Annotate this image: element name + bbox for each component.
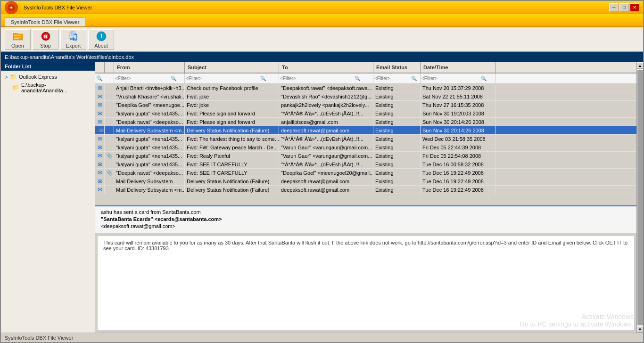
email-to-cell: "Deepika Goel" <meenugoel20@gmail... [279, 169, 373, 177]
sidebar-item-label-outlook: Outlook Express [19, 74, 57, 80]
email-from-cell: Mail Delivery Subsystem <m... [114, 126, 185, 134]
email-icon-cell: ✉ [95, 177, 105, 185]
stop-button[interactable]: Stop [33, 29, 58, 50]
email-row[interactable]: ✉📎"kalyani gupta" <neha1435...Fwd: Realy… [95, 152, 636, 160]
filter-date-input[interactable] [421, 76, 480, 81]
email-icon-cell: ✉ [95, 101, 105, 109]
close-button[interactable]: ✕ [630, 3, 639, 12]
filter-status-input[interactable] [374, 76, 410, 81]
email-row[interactable]: ▶✉Mail Delivery Subsystem <m...Delivery … [95, 126, 636, 135]
email-date-cell: Fri Dec 05 22:44:39 2008 [421, 143, 496, 151]
title-bar-left: SysInfoTools DBX File Viewer [5, 1, 92, 14]
email-envelope-icon: ✉ [98, 102, 102, 108]
email-attach-cell [105, 118, 114, 126]
email-from-cell: "kalyani gupta" <neha1435... [114, 109, 185, 117]
export-button[interactable]: MHG Export [60, 29, 86, 50]
about-label: About [94, 43, 108, 49]
email-to-cell: "Deepaksoft.rawat" <deepaksoft.rawa... [279, 84, 373, 92]
email-from-cell: Anjali Bharti <invite+pkik~h3... [114, 84, 185, 92]
email-envelope-icon: ✉ [98, 178, 102, 185]
email-icon-cell: ✉ [95, 169, 105, 177]
email-date-cell: Sun Nov 30 19:20:03 2008 [421, 109, 496, 117]
filter-to-input[interactable] [280, 76, 354, 81]
email-icon-cell: ✉ [95, 84, 105, 92]
email-row[interactable]: ✉"Deepika Goel" <meenugoe...Fwd: jokepan… [95, 101, 636, 109]
filter-to-cell: 🔍 [279, 74, 373, 83]
filter-subject-input[interactable] [186, 76, 259, 81]
email-row[interactable]: ✉Mail Delivery SubsystemDelivery Status … [95, 177, 636, 186]
sidebar-item-label-backup: E:\backup-anandita\Anandita... [21, 82, 91, 93]
sidebar-item-backup[interactable]: 📁 E:\backup-anandita\Anandita... [3, 81, 93, 94]
preview-body[interactable]: This card will remain available to you f… [97, 236, 635, 331]
col-header-from[interactable]: From [114, 62, 185, 73]
email-icon-cell: ✉ [95, 186, 105, 194]
scroll-down-arrow[interactable]: ▼ [637, 326, 644, 333]
email-row[interactable]: ✉Mail Delivery Subsystem <m...Delivery S… [95, 186, 636, 194]
email-to-cell: "Varun Gaur" <varungaur@gmail.com... [279, 152, 373, 160]
email-icon-cell: ✉ [95, 109, 105, 117]
email-from-cell: "Vrushali Khasare" <vrushali... [114, 92, 185, 100]
email-date-cell: Fri Dec 05 22:54:08 2008 [421, 152, 496, 160]
email-icon-cell: ▶✉ [95, 126, 105, 134]
email-icon-cell: ✉ [95, 135, 105, 143]
email-row[interactable]: ✉📎"Deepak rawat" <deepakso...Fwd: SEE IT… [95, 169, 636, 177]
email-subject-cell: Check out my Facebook profile [185, 84, 279, 92]
maximize-button[interactable]: □ [619, 3, 629, 12]
filter-status-cell: 🔍 [373, 74, 421, 83]
email-row[interactable]: ✉"kalyani gupta" <neha1435...Fwd: FW: Ga… [95, 143, 636, 152]
email-attach-cell [105, 109, 114, 117]
email-date-cell: Wed Dec 03 21:58:35 2008 [421, 135, 496, 143]
col-header-to[interactable]: To [279, 62, 373, 73]
sidebar-tree: ▷ 📁 Outlook Express 📁 E:\backup-anandita… [1, 71, 95, 96]
email-to-cell: deepaksoft.rawat@gmail.com [279, 126, 373, 134]
col-header-subject[interactable]: Subject [185, 62, 279, 73]
filter-from-input[interactable] [115, 76, 170, 81]
email-row[interactable]: ✉"kalyani gupta" <neha1435...Fwd: Please… [95, 109, 636, 118]
col-header-date[interactable]: Date/Time [421, 62, 496, 73]
right-scrollbar[interactable]: ▲ ▼ [636, 62, 643, 333]
email-envelope-icon: ✉ [98, 136, 102, 142]
email-from-cell: "Deepika Goel" <meenugoe... [114, 101, 185, 109]
email-from-cell: Mail Delivery Subsystem [114, 177, 185, 185]
scroll-up-arrow[interactable]: ▲ [637, 62, 644, 69]
status-text: SysInfoTools DBX File Viewer [5, 335, 73, 341]
email-date-cell: Sat Nov 22 21:55:11 2008 [421, 92, 496, 100]
minimize-button[interactable]: ─ [609, 3, 619, 12]
email-subject-cell: Delivery Status Notification (Failure) [185, 177, 279, 185]
email-row[interactable]: ✉"Deepak rawat" <deepakso...Fwd: Please … [95, 118, 636, 126]
email-subject-cell: Fwd: joke [185, 92, 279, 100]
about-button[interactable]: i About [88, 29, 114, 50]
email-from-cell: "kalyani gupta" <neha1435... [114, 160, 185, 168]
email-from-cell: "Deepak rawat" <deepakso... [114, 118, 185, 126]
open-button[interactable]: Open [5, 29, 31, 50]
email-attach-cell: 📎 [105, 152, 114, 160]
email-table-area: From Subject To Email Status Date/Time 🔍 [95, 62, 636, 205]
email-row[interactable]: ✉"Vrushali Khasare" <vrushali...Fwd: jok… [95, 92, 636, 101]
svg-point-10 [43, 33, 49, 39]
email-envelope-icon: ✉ [98, 93, 102, 100]
email-envelope-icon: ✉ [98, 110, 102, 117]
col-header-attach [105, 62, 114, 73]
stop-icon [40, 31, 51, 42]
email-envelope-icon: ✉ [98, 187, 102, 193]
app-window: SysInfoTools DBX File Viewer ─ □ ✕ SysIn… [0, 0, 644, 343]
scroll-thumb[interactable] [637, 70, 643, 325]
col-header-status[interactable]: Email Status [373, 62, 421, 73]
email-row[interactable]: ✉Anjali Bharti <invite+pkik~h3...Check o… [95, 84, 636, 92]
email-from-cell: "Deepak rawat" <deepakso... [114, 169, 185, 177]
tree-folder-icon-2: 📁 [12, 84, 19, 91]
export-icon: MHG [68, 31, 79, 42]
filter-status-search-icon: 🔍 [411, 76, 417, 81]
email-envelope-icon: ✉ [98, 144, 102, 151]
email-attach-cell [105, 186, 114, 194]
email-row[interactable]: ✉"kalyani gupta" <neha1435...Fwd: The ha… [95, 135, 636, 143]
svg-rect-6 [14, 35, 21, 36]
filter-to-search-icon: 🔍 [355, 76, 360, 81]
main-tab[interactable]: SysInfoTools DBX File Viewer [5, 17, 85, 26]
email-attach-cell [105, 135, 114, 143]
sidebar-item-outlook-express[interactable]: ▷ 📁 Outlook Express [3, 73, 93, 81]
email-row[interactable]: ✉"kalyani gupta" <neha1435...Fwd: SEE IT… [95, 160, 636, 169]
email-status-cell: Existing [373, 135, 421, 143]
svg-point-1 [10, 7, 12, 8]
email-subject-cell: Fwd: SEE IT CAREFULLY [185, 160, 279, 168]
